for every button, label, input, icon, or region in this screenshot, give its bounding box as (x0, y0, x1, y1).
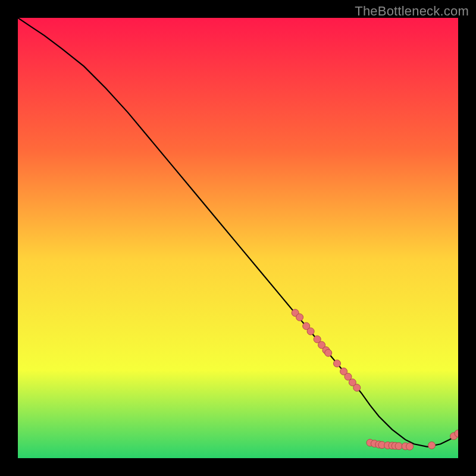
chart-plot-area (18, 18, 458, 458)
watermark-text: TheBottleneck.com (355, 4, 469, 19)
chart-svg (18, 18, 458, 458)
data-point-marker (395, 443, 402, 450)
data-point-marker (325, 349, 332, 356)
data-point-marker (406, 443, 414, 450)
data-point-marker (307, 328, 314, 335)
data-point-marker (353, 384, 361, 392)
data-point-marker (334, 360, 341, 367)
chart-stage: TheBottleneck.com (0, 0, 476, 476)
data-point-marker (428, 442, 436, 449)
chart-background-gradient (18, 18, 458, 458)
data-point-marker (296, 314, 303, 321)
